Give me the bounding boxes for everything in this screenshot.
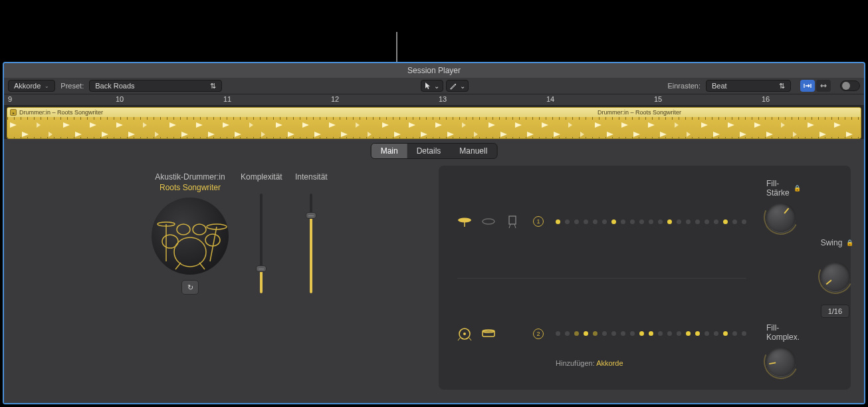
step-dot[interactable] [611, 219, 616, 224]
snap-toggle[interactable] [840, 80, 860, 91]
tab-details[interactable]: Details [407, 144, 451, 158]
updown-icon: ⇅ [779, 82, 785, 90]
view-mode-dropdown[interactable]: Akkorde ⌄ [8, 80, 55, 92]
drumkit-image[interactable] [152, 198, 229, 275]
step-dot[interactable] [621, 219, 625, 224]
step-dot[interactable] [658, 331, 663, 336]
ruler-mark: 9 [8, 95, 12, 103]
step-dot[interactable] [630, 219, 635, 224]
fill-amount-knob[interactable] [766, 203, 796, 232]
step-dot[interactable] [574, 331, 579, 336]
drummer-category: Akustik-Drummer:in [144, 172, 237, 182]
fill-complex-knob[interactable] [766, 347, 796, 376]
step-dot[interactable] [602, 331, 607, 336]
step-dot[interactable] [574, 219, 579, 224]
shaker-icon[interactable] [481, 214, 496, 229]
step-dot[interactable] [732, 219, 737, 224]
step-dot[interactable] [565, 219, 570, 224]
step-dot[interactable] [705, 331, 709, 336]
step-dot[interactable] [667, 219, 672, 224]
step-dot[interactable] [695, 219, 700, 224]
step-dot[interactable] [621, 331, 625, 336]
step-dot[interactable] [593, 331, 597, 336]
lane-2: 2 [457, 327, 746, 341]
step-dot[interactable] [630, 331, 635, 336]
step-dot[interactable] [658, 219, 663, 224]
step-dot[interactable] [565, 331, 570, 336]
drummer-region[interactable]: ▸ Drummer:in – Roots Songwriter Drummer:… [7, 107, 861, 139]
step-dot[interactable] [742, 331, 746, 336]
complexity-slider[interactable] [260, 194, 263, 293]
step-dot[interactable] [649, 219, 653, 224]
regenerate-button[interactable]: ↻ [181, 280, 199, 295]
step-dot[interactable] [723, 219, 728, 224]
step-dot[interactable] [686, 219, 691, 224]
tab-manual[interactable]: Manuell [450, 144, 496, 158]
step-dot[interactable] [714, 331, 718, 336]
panel-title: Session Player [407, 66, 461, 75]
swing-label: Swing 🔒 [821, 238, 854, 247]
step-dot[interactable] [677, 219, 681, 224]
swing-value[interactable]: 1/16 [821, 305, 849, 318]
step-dot[interactable] [611, 331, 616, 336]
step-dot[interactable] [742, 219, 746, 224]
step-dot[interactable] [602, 219, 607, 224]
step-dot[interactable] [667, 331, 672, 336]
step-dot[interactable] [714, 219, 718, 224]
step-dot[interactable] [584, 331, 588, 336]
step-dot[interactable] [649, 331, 653, 336]
intensity-slider[interactable] [310, 194, 312, 293]
lane2-number[interactable]: 2 [533, 329, 544, 339]
timeline-ruler[interactable]: 9 10 11 12 13 14 15 16 [4, 94, 864, 106]
region-name-dup: Drummer:in – Roots Songwriter [597, 109, 681, 116]
snare-icon[interactable] [481, 327, 496, 341]
snap-abs-icon [804, 82, 812, 89]
snap-relative-button[interactable] [816, 80, 831, 92]
step-dot[interactable] [556, 219, 560, 224]
hihat-icon[interactable] [505, 214, 520, 229]
lock-icon[interactable]: 🔒 [846, 239, 853, 246]
step-dot[interactable] [639, 219, 644, 224]
drumkit-icon [152, 198, 229, 275]
step-dot[interactable] [705, 219, 709, 224]
step-dot[interactable] [639, 331, 644, 336]
step-dot[interactable] [695, 331, 700, 336]
add-chords-link[interactable]: Hinzufügen: Akkorde [556, 359, 623, 367]
toolbar: Akkorde ⌄ Preset: Back Roads ⇅ ⌄ ⌄ Einra… [4, 78, 864, 94]
slider-thumb[interactable] [306, 212, 316, 219]
kick-icon[interactable] [457, 327, 472, 341]
lane2-instruments [457, 327, 521, 341]
step-dot[interactable] [593, 219, 597, 224]
snap-value: Beat [712, 82, 727, 90]
snap-absolute-button[interactable] [800, 80, 815, 92]
ruler-mark: 12 [331, 95, 339, 103]
pointer-tool[interactable]: ⌄ [421, 80, 443, 92]
swing-knob[interactable] [821, 262, 850, 291]
step-dot[interactable] [686, 331, 691, 336]
lane2-steps[interactable] [556, 331, 746, 336]
step-dot[interactable] [723, 331, 728, 336]
tab-group: Main Details Manuell [371, 143, 498, 159]
pencil-tool[interactable]: ⌄ [446, 80, 469, 92]
tab-main[interactable]: Main [372, 144, 407, 158]
lane1-steps[interactable] [556, 219, 746, 224]
fill-amount-block: Fill-Stärke 🔒 [766, 179, 801, 232]
pattern-lanes: 1 2 [457, 179, 746, 376]
snap-rel-icon [819, 82, 827, 89]
cymbal-icon[interactable] [457, 214, 472, 229]
updown-icon: ⇅ [210, 82, 216, 90]
snap-mode-group [800, 80, 831, 92]
lane1-number[interactable]: 1 [533, 216, 544, 227]
step-dot[interactable] [584, 219, 588, 224]
chevron-down-icon: ⌄ [460, 82, 465, 90]
step-dot[interactable] [556, 331, 560, 336]
slider-thumb[interactable] [256, 265, 267, 272]
fill-complex-block: Fill-Komplex. [766, 323, 801, 376]
step-dot[interactable] [677, 331, 681, 336]
lane-divider [457, 278, 746, 279]
session-player-panel: Session Player Akkorde ⌄ Preset: Back Ro… [3, 62, 865, 404]
preset-dropdown[interactable]: Back Roads ⇅ [89, 80, 222, 92]
snap-dropdown[interactable]: Beat ⇅ [706, 80, 791, 92]
lock-icon[interactable]: 🔒 [794, 185, 801, 192]
step-dot[interactable] [732, 331, 737, 336]
